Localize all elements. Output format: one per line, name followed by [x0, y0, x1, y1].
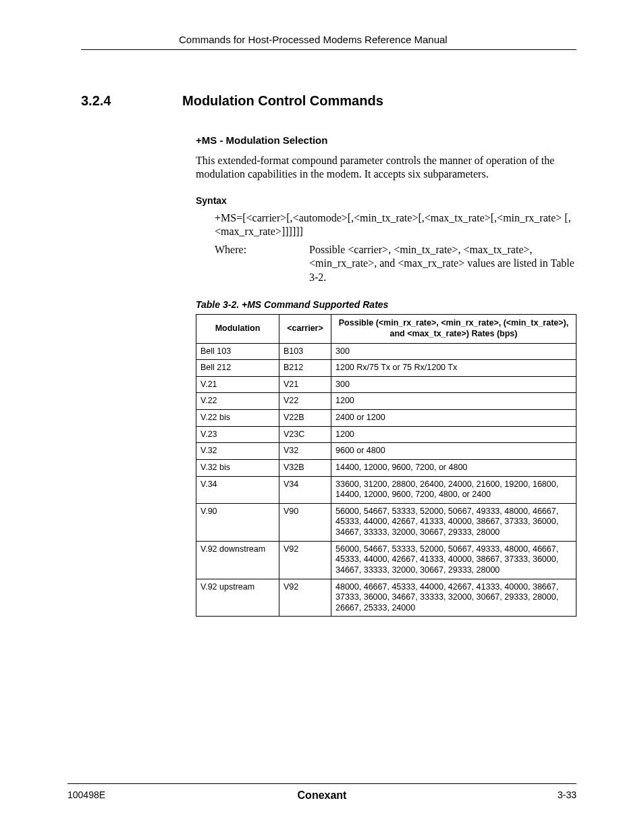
- cell-carrier: V22B: [279, 410, 331, 427]
- table-row: V.90V9056000, 54667, 53333, 52000, 50667…: [196, 503, 576, 541]
- cell-carrier: V21: [279, 376, 331, 393]
- cell-rates: 300: [331, 376, 576, 393]
- cell-modulation: V.23: [196, 426, 279, 443]
- cell-rates: 56000, 54667, 53333, 52000, 50667, 49333…: [331, 503, 576, 541]
- th-modulation: Modulation: [196, 315, 279, 343]
- cell-carrier: V92: [279, 579, 331, 617]
- table-caption: Table 3-2. +MS Command Supported Rates: [196, 299, 576, 310]
- th-carrier: <carrier>: [279, 315, 331, 343]
- table-row: V.22 bisV22B2400 or 1200: [196, 410, 576, 427]
- cell-rates: 33600, 31200, 28800, 26400, 24000, 21600…: [331, 476, 576, 503]
- syntax-line: +MS=[<carrier>[,<automode>[,<min_tx_rate…: [215, 211, 576, 239]
- cell-modulation: V.32: [196, 443, 279, 460]
- table-row: V.34V3433600, 31200, 28800, 26400, 24000…: [196, 476, 576, 503]
- cell-rates: 1200 Rx/75 Tx or 75 Rx/1200 Tx: [331, 360, 576, 377]
- cell-rates: 14400, 12000, 9600, 7200, or 4800: [331, 459, 576, 476]
- cell-modulation: V.22: [196, 393, 279, 410]
- cell-rates: 56000, 54667, 53333, 52000, 50667, 49333…: [331, 541, 576, 579]
- cell-modulation: V.22 bis: [196, 410, 279, 427]
- table-row: V.92 upstreamV9248000, 46667, 45333, 440…: [196, 579, 576, 617]
- table-row: Bell 212B2121200 Rx/75 Tx or 75 Rx/1200 …: [196, 360, 576, 377]
- cell-carrier: B212: [279, 360, 331, 377]
- cell-carrier: V34: [279, 476, 331, 503]
- cell-carrier: V23C: [279, 426, 331, 443]
- cell-rates: 48000, 46667, 45333, 44000, 42667, 41333…: [331, 579, 576, 617]
- table-row: V.22V221200: [196, 393, 576, 410]
- section-heading: 3.2.4 Modulation Control Commands: [81, 93, 576, 109]
- cell-modulation: Bell 103: [196, 343, 279, 360]
- table-row: V.92 downstreamV9256000, 54667, 53333, 5…: [196, 541, 576, 579]
- cell-rates: 1200: [331, 393, 576, 410]
- footer-center: Conexant: [68, 789, 576, 802]
- cell-rates: 9600 or 4800: [331, 443, 576, 460]
- cell-rates: 2400 or 1200: [331, 410, 576, 427]
- cell-modulation: V.90: [196, 503, 279, 541]
- table-row: V.32 bisV32B14400, 12000, 9600, 7200, or…: [196, 459, 576, 476]
- cell-carrier: V92: [279, 541, 331, 579]
- table-row: Bell 103B103300: [196, 343, 576, 360]
- cell-carrier: V32B: [279, 459, 331, 476]
- footer-right: 3-33: [558, 789, 576, 800]
- cell-rates: 1200: [331, 426, 576, 443]
- cell-modulation: V.34: [196, 476, 279, 503]
- cell-modulation: Bell 212: [196, 360, 279, 377]
- syntax-label: Syntax: [196, 195, 576, 206]
- table-row: V.32V329600 or 4800: [196, 443, 576, 460]
- cell-modulation: V.21: [196, 376, 279, 393]
- where-text: Possible <carrier>, <min_tx_rate>, <max_…: [309, 243, 576, 284]
- cell-carrier: V32: [279, 443, 331, 460]
- section-number: 3.2.4: [81, 93, 182, 109]
- cell-modulation: V.92 downstream: [196, 541, 279, 579]
- cell-carrier: B103: [279, 343, 331, 360]
- table-row: V.23V23C1200: [196, 426, 576, 443]
- rates-table: Modulation <carrier> Possible (<min_rx_r…: [196, 314, 576, 617]
- page-footer: 100498E Conexant 3-33: [68, 783, 576, 800]
- ms-heading: +MS - Modulation Selection: [196, 134, 576, 146]
- running-header: Commands for Host-Processed Modems Refer…: [81, 34, 576, 50]
- cell-rates: 300: [331, 343, 576, 360]
- section-title: Modulation Control Commands: [182, 93, 383, 109]
- ms-description: This extended-format compound parameter …: [196, 154, 576, 182]
- where-label: Where:: [215, 243, 309, 284]
- cell-modulation: V.92 upstream: [196, 579, 279, 617]
- where-row: Where: Possible <carrier>, <min_tx_rate>…: [215, 243, 576, 284]
- cell-modulation: V.32 bis: [196, 459, 279, 476]
- footer-left: 100498E: [68, 789, 105, 800]
- cell-carrier: V90: [279, 503, 331, 541]
- table-row: V.21V21300: [196, 376, 576, 393]
- cell-carrier: V22: [279, 393, 331, 410]
- th-rates: Possible (<min_rx_rate>, <min_rx_rate>, …: [331, 315, 576, 343]
